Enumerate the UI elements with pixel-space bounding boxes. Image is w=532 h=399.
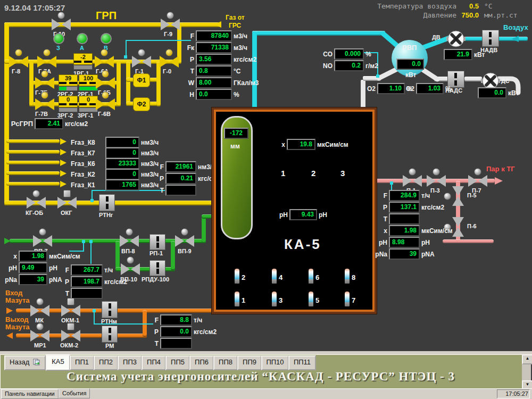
sensor-line: [83, 243, 84, 251]
mazut-flow-readout: F8.8т/ч: [152, 314, 202, 326]
valve-okg[interactable]: [57, 198, 77, 207]
water-ph-readout: pH9.49pH: [3, 262, 57, 273]
tab-pp5[interactable]: ПП5: [165, 355, 190, 370]
burner-number: 8: [352, 273, 355, 281]
regulator-rm[interactable]: [102, 326, 118, 343]
dv-fan-label: ДВ: [432, 34, 440, 40]
regulator-3rg2-bar: [59, 107, 78, 112]
valve-g0[interactable]: [160, 57, 179, 66]
indicator-z: [53, 33, 64, 44]
burner-number: 2: [242, 273, 245, 281]
mazut-in-arrow-icon: [6, 307, 13, 314]
regulator-2rg1-bar: [79, 86, 98, 91]
water-in-arrow-icon: [4, 238, 11, 244]
tab-pp2[interactable]: ПП2: [94, 355, 118, 370]
valve-okm1[interactable]: [61, 306, 80, 315]
burner-flame: [309, 269, 313, 284]
steam-branch-bottom: [443, 239, 494, 243]
burner-flame: [235, 269, 239, 284]
valve-okm2[interactable]: [61, 331, 80, 340]
coil-number: 2: [311, 169, 315, 178]
valve-g7v[interactable]: [35, 100, 54, 109]
valve-okm2-label: ОКМ-2: [60, 342, 78, 348]
tab-ka5[interactable]: КА5: [46, 355, 70, 371]
valve-mk[interactable]: [30, 306, 49, 315]
coil-number: 1: [281, 169, 285, 178]
steam-temp-readout: T: [372, 213, 421, 225]
back-button[interactable]: Назад: [4, 355, 46, 370]
gas-flow-k7: Fгаз_К70нм3/ч: [71, 147, 159, 159]
valve-p5-label: П-5: [467, 192, 477, 198]
regulator-rtng[interactable]: [99, 194, 115, 211]
valve-p1[interactable]: [403, 177, 422, 185]
regulator-rm-label: РМ: [105, 343, 114, 349]
water-pna-readout: pNa39pNA: [3, 274, 62, 285]
rvp-label: РВП: [402, 44, 417, 52]
regulator-rp1-label: РП-1: [149, 250, 163, 256]
valve-vp7[interactable]: [33, 237, 52, 245]
valve-g6b[interactable]: [96, 79, 115, 87]
tab-pp4[interactable]: ПП4: [142, 355, 166, 370]
tab-pp11[interactable]: ПП11: [288, 355, 316, 370]
air-pipe-to-boiler: [252, 31, 257, 111]
regulator-rtnm[interactable]: [102, 301, 118, 318]
valve-g1[interactable]: [132, 57, 151, 66]
valve-g7b[interactable]: [35, 79, 54, 87]
gas-pressure-readout: P3.56кгс/см2: [184, 54, 256, 65]
banner-scrollbar[interactable]: ▲ ▼: [522, 354, 531, 388]
regulator-2rg2[interactable]: 39: [59, 74, 78, 86]
gas-branch-k8: [6, 139, 60, 143]
no-readout: NO0.2г/м2: [321, 60, 378, 71]
valve-g7a[interactable]: [37, 57, 56, 66]
gas-source-label: Газ от: [226, 14, 245, 21]
scroll-up-icon[interactable]: ▲: [522, 354, 532, 364]
tab-pp3[interactable]: ПП3: [118, 355, 142, 370]
tab-pp6[interactable]: ПП6: [189, 355, 214, 370]
valve-mr1[interactable]: [30, 331, 49, 340]
regulator-rtng-label: РТНг: [99, 212, 113, 218]
gas-inflow-arrow-icon: [214, 21, 221, 28]
tab-pp10[interactable]: ПП10: [261, 355, 289, 370]
system-title: Система учета энергоносителей “КАСКАД - …: [0, 370, 521, 384]
regulator-2rg1[interactable]: 100: [79, 74, 98, 86]
valve-g9[interactable]: [161, 20, 180, 29]
sensor-tap: [90, 199, 94, 202]
steam-conductivity-readout: х19.8мкСим/см: [279, 139, 348, 150]
valve-p6[interactable]: [452, 217, 464, 237]
tab-pp8[interactable]: ПП8: [213, 355, 238, 370]
valve-g8[interactable]: [9, 57, 28, 66]
valve-vp10[interactable]: [121, 265, 140, 273]
gas-corr-flow-readout: Fк71338м3/ч: [184, 42, 247, 53]
steam-flow-readout: F284.9т/ч: [372, 190, 430, 201]
regulator-rp1[interactable]: [149, 234, 165, 250]
sensor-tap: [89, 240, 93, 243]
regulator-rpdu100[interactable]: [149, 260, 165, 276]
nadv-damper[interactable]: [482, 30, 499, 47]
boiler-ph-readout: pH9.43pH: [277, 209, 327, 220]
valve-vp8[interactable]: [120, 237, 139, 245]
regulator-3rg2[interactable]: 0: [59, 96, 78, 107]
valve-kgob[interactable]: [27, 198, 46, 207]
dv-fan-icon[interactable]: [446, 29, 466, 48]
flow-arrow-icon: [60, 160, 66, 166]
regulator-3rg1[interactable]: 0: [79, 96, 98, 107]
valve-g10[interactable]: [52, 20, 71, 29]
nav-panel-tab[interactable]: Панель навигации: [1, 389, 59, 399]
valve-p7[interactable]: [468, 177, 487, 185]
tab-pp9[interactable]: ПП9: [237, 355, 262, 370]
regulator-2rg2-bar: [59, 86, 78, 91]
valve-vp9[interactable]: [175, 237, 194, 245]
events-tab[interactable]: События: [59, 388, 90, 398]
tab-pp1[interactable]: ПП1: [70, 355, 94, 370]
valve-p3[interactable]: [427, 177, 446, 185]
gasline-temp-readout: T: [157, 185, 198, 196]
valve-mr1-label: МР1: [34, 342, 46, 348]
gas-flow-k8: Fгаз_К80нм3/ч: [71, 137, 159, 148]
burner-flame: [272, 269, 277, 284]
valve-g6a[interactable]: [95, 57, 114, 66]
steam-out-label: Пар к ТГ: [486, 165, 515, 173]
valve-g6v[interactable]: [96, 100, 115, 109]
regulator-1rg1[interactable]: -2: [73, 53, 93, 65]
air-pipe-fan-nadv: [464, 37, 484, 41]
valve-p5[interactable]: [452, 186, 464, 206]
